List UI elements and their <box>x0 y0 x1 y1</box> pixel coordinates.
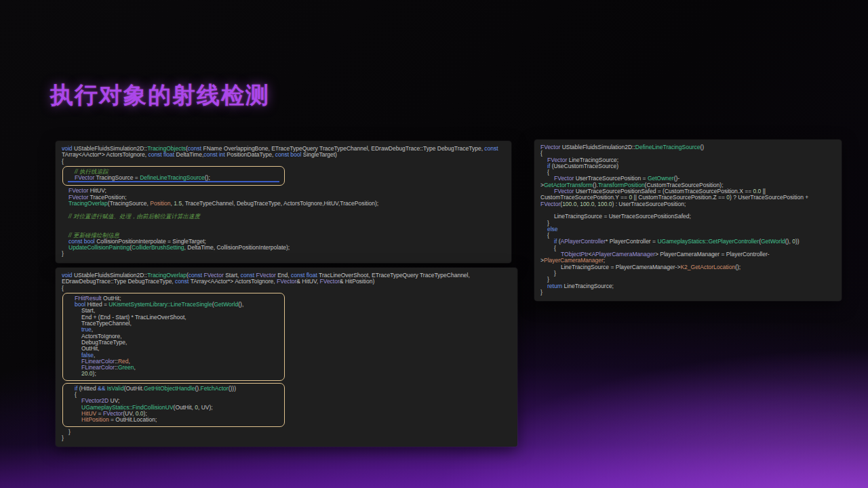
code-line: } <box>62 251 505 257</box>
code-line: FVector(100.0, 100.0, 100.0) : UserTrace… <box>540 201 835 207</box>
code-token: UStableFluidsSimulation2D:: <box>562 144 635 150</box>
code-token: const <box>175 279 191 285</box>
code-token: , <box>94 352 95 359</box>
code-line: return LineTracingSource; <box>540 283 835 289</box>
code-line: FVector UserTraceSourcePositionSafed = (… <box>540 188 835 195</box>
code-line: else <box>540 226 835 232</box>
code-token: (UseCustomTraceSource) <box>552 163 618 169</box>
code-token: End, <box>277 272 291 279</box>
code-token: } <box>62 251 64 257</box>
code-token: (). <box>593 182 598 188</box>
code-token: ); <box>144 411 147 417</box>
code-token: || <box>761 188 766 195</box>
code-token: PositionDataType, <box>226 152 275 158</box>
code-token: , DeltaTime, CollisionPositionInterpolat… <box>184 245 290 251</box>
code-token: const int <box>203 152 226 158</box>
code-token: FetchActor <box>201 386 229 392</box>
code-token: ActorsToIgnore, <box>81 333 122 340</box>
code-token: if <box>75 386 79 392</box>
code-token: (); <box>205 175 210 181</box>
code-line: FVector2D UV; <box>68 398 279 404</box>
code-line-group: FVector UStableFluidsSimulation2D::Defin… <box>540 144 835 296</box>
code-line: { <box>62 159 505 165</box>
highlight-box: // 执行线追踪FVector TracingSource = DefineLi… <box>62 166 285 186</box>
code-token: } <box>540 289 542 296</box>
code-token: (OutHit, <box>174 405 195 411</box>
code-line: // 执行线追踪 <box>68 169 279 175</box>
code-line <box>62 220 505 226</box>
code-line: ActorsToIgnore, <box>68 333 279 340</box>
code-token: Red <box>118 359 129 365</box>
code-line: OutHit, <box>68 346 279 352</box>
code-token: void <box>62 272 74 279</box>
code-token: UserTraceSourcePositionSafed = (CustomTr… <box>576 188 753 195</box>
code-line <box>540 207 835 214</box>
code-line: { <box>540 245 835 251</box>
code-token: UGameplayStatics::FindCollisionUV <box>81 405 174 411</box>
code-line <box>62 207 505 213</box>
code-token: // 对位置进行赋值、处理，由前后帧位置计算出速度 <box>68 214 200 220</box>
code-token: UserTraceSourcePosition = <box>576 176 648 182</box>
code-line: // 更新碰撞绘制信息 <box>62 232 505 239</box>
code-token: K2_GetActorLocation <box>680 264 735 270</box>
code-token: FVector <box>68 195 90 201</box>
code-line-group: void UStableFluidsSimulation2D::TracingO… <box>62 146 505 165</box>
code-line-group: void UStableFluidsSimulation2D::TracingO… <box>62 272 511 291</box>
code-line: TObjectPtr<APlayerCameraManager> PlayerC… <box>540 251 835 258</box>
code-token: if <box>547 163 552 169</box>
code-token: , <box>92 327 93 333</box>
code-token: * PlayerController = <box>606 239 657 245</box>
code-token: )) <box>795 239 800 245</box>
code-line: true, <box>68 327 279 333</box>
code-line: false, <box>68 352 279 359</box>
code-line: // 对位置进行赋值、处理，由前后帧位置计算出速度 <box>62 214 505 220</box>
code-token: Start, <box>225 272 241 279</box>
code-token: Hitted = <box>87 302 108 308</box>
code-token: FVector <box>277 279 296 285</box>
code-token: 100.0 <box>597 201 612 207</box>
code-token: , <box>128 359 130 365</box>
code-token: TracingOverlap <box>147 272 186 279</box>
highlight-box: if (Hitted && IsValid(OutHit.GetHitObjec… <box>62 383 285 427</box>
code-token: ())) <box>229 386 236 392</box>
code-token: 20.0 <box>81 371 93 377</box>
code-token: Green <box>118 365 134 371</box>
code-line: TracingOverlap(TracingSource, Position, … <box>62 201 505 207</box>
code-token: 100.0 <box>562 201 576 207</box>
code-line: End + (End - Start) * TracLineOverShoot, <box>68 314 279 321</box>
code-token: ) ? UserTraceSourcePosition + <box>730 195 808 201</box>
code-line: } <box>62 435 511 441</box>
code-line: if (Hitted && IsValid(OutHit.GetHitObjec… <box>68 386 279 392</box>
code-line: { <box>62 285 511 291</box>
code-token: UKismetSystemLibrary::LineTraceSingle <box>108 302 212 308</box>
slide-background: 执行对象的射线检测 void UStableFluidsSimulation2D… <box>0 0 868 488</box>
code-token: FName OverlappingBone, ETraceTypeQuery T… <box>203 146 485 152</box>
code-token: TracingOverlap <box>68 201 108 207</box>
code-token: void <box>62 146 74 152</box>
code-line: { <box>540 232 835 239</box>
code-token: { <box>75 392 77 398</box>
code-token: 0.0 <box>753 188 761 195</box>
code-token: FVector <box>68 188 90 194</box>
code-token: (); <box>735 264 741 270</box>
code-line: >GetActorTransform().TransformPosition(C… <box>540 182 835 188</box>
code-line: if (APlayerController* PlayerController … <box>540 239 835 245</box>
code-token: > PlayerCameraManager = PlayerController… <box>655 251 770 258</box>
code-line: } <box>62 429 511 435</box>
code-line: { <box>540 169 835 176</box>
code-token: , <box>134 365 136 371</box>
code-token: { <box>62 285 64 291</box>
code-token: ColliderBrushSetting <box>132 245 184 251</box>
code-token: } <box>554 270 556 277</box>
code-line: >PlayerCameraManager; <box>540 258 835 264</box>
code-token: // 执行线追踪 <box>75 169 108 175</box>
code-token: DebugTraceType, <box>81 340 127 346</box>
code-line: UGameplayStatics::FindCollisionUV(OutHit… <box>68 405 279 411</box>
code-token: const bool <box>68 239 96 245</box>
code-token: GetWorld <box>761 239 785 245</box>
code-token: TracePosition; <box>90 195 127 201</box>
code-token: const float <box>291 272 319 279</box>
code-token: { <box>62 159 64 165</box>
code-token: FVector2D <box>81 398 111 404</box>
code-token: TObjectPtr <box>561 251 588 258</box>
